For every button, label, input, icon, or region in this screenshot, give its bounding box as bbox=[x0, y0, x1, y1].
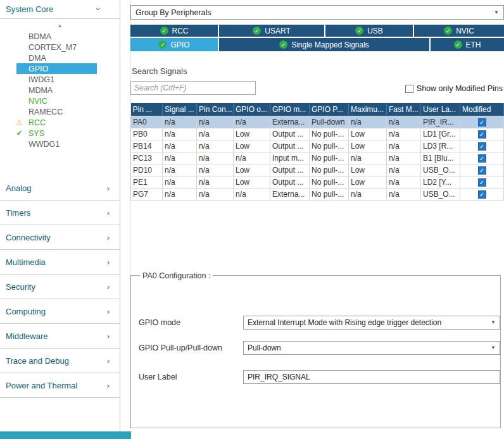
sidebar-item-gpio[interactable]: GPIO bbox=[16, 63, 97, 74]
tab-single-mapped-signals[interactable]: ✓Single Mapped Signals bbox=[219, 38, 429, 51]
cell: n/a bbox=[163, 176, 197, 188]
column-header[interactable]: Pin ... bbox=[131, 103, 163, 116]
scroll-up-icon[interactable]: ▲ bbox=[0, 21, 120, 30]
table-body: PA0n/an/an/aExterna...Pull-downn/an/aPIR… bbox=[131, 116, 504, 200]
sidebar-category-timers[interactable]: Timers› bbox=[0, 201, 120, 225]
column-header[interactable]: Signal ... bbox=[163, 103, 197, 116]
chevron-down-icon: › bbox=[93, 8, 103, 10]
tab-eth[interactable]: ✓ETH bbox=[431, 38, 504, 51]
column-header[interactable]: Modified bbox=[460, 103, 504, 116]
sidebar-category-system-core[interactable]: System Core › bbox=[0, 0, 120, 19]
table-row-pb0[interactable]: PB0n/an/aLowOutput ...No pull-...Lown/aL… bbox=[131, 128, 504, 140]
sidebar-category-analog[interactable]: Analog› bbox=[0, 176, 120, 201]
check-circle-icon: ✓ bbox=[444, 27, 452, 35]
cell: Input m... bbox=[270, 152, 310, 164]
sidebar-item-rcc[interactable]: ⚠RCC bbox=[16, 117, 97, 128]
cell: No pull-... bbox=[310, 140, 349, 152]
cell: Low bbox=[349, 140, 387, 152]
cell: n/a bbox=[349, 116, 387, 128]
chevron-right-icon: › bbox=[107, 381, 110, 390]
table-row-pe1[interactable]: PE1n/an/aLowOutput ...No pull-...Lown/aL… bbox=[131, 176, 504, 188]
column-header[interactable]: GPIO P... bbox=[310, 103, 349, 116]
sidebar-category-label: Computing bbox=[6, 307, 46, 316]
cell: Low bbox=[349, 128, 387, 140]
sidebar-item-label: CORTEX_M7 bbox=[27, 43, 79, 52]
cell: n/a bbox=[387, 176, 421, 188]
table-row-pd10[interactable]: PD10n/an/aLowOutput ...No pull-...Lown/a… bbox=[131, 164, 504, 176]
column-header[interactable]: User La... bbox=[421, 103, 460, 116]
cell: PB0 bbox=[131, 128, 163, 140]
sidebar-item-wwdg1[interactable]: WWDG1 bbox=[16, 139, 97, 149]
sidebar-item-nvic[interactable]: NVIC bbox=[16, 96, 97, 106]
check-circle-icon: ✓ bbox=[355, 27, 363, 35]
tab-usart[interactable]: ✓USART bbox=[219, 25, 324, 37]
cell: n/a bbox=[197, 116, 234, 128]
group-by-dropdown[interactable]: Group By Peripherals ▼ bbox=[130, 5, 504, 20]
table-row-pc13[interactable]: PC13n/an/an/aInput m...No pull-...n/an/a… bbox=[131, 152, 504, 164]
sidebar-item-iwdg1[interactable]: IWDG1 bbox=[16, 74, 97, 85]
sidebar-category-security[interactable]: Security› bbox=[0, 275, 120, 299]
tab-gpio[interactable]: ✓GPIO bbox=[130, 38, 218, 51]
show-only-modified-checkbox[interactable] bbox=[405, 85, 413, 93]
sidebar-item-cortex_m7[interactable]: CORTEX_M7 bbox=[16, 42, 97, 53]
modified-checkbox[interactable]: ✓ bbox=[478, 118, 486, 127]
tab-label: GPIO bbox=[170, 40, 189, 49]
sidebar-category-multimedia[interactable]: Multimedia› bbox=[0, 250, 120, 275]
tab-rcc[interactable]: ✓RCC bbox=[130, 25, 218, 37]
sidebar-category-middleware[interactable]: Middleware› bbox=[0, 324, 120, 349]
sidebar-category-trace-and-debug[interactable]: Trace and Debug› bbox=[0, 349, 120, 373]
check-circle-icon: ✓ bbox=[454, 40, 462, 49]
column-header[interactable]: Maximu... bbox=[349, 103, 387, 116]
sidebar-item-ramecc[interactable]: RAMECC bbox=[16, 106, 97, 117]
table-row-pa0[interactable]: PA0n/an/an/aExterna...Pull-downn/an/aPIR… bbox=[131, 116, 504, 128]
sidebar-category-label: Power and Thermal bbox=[6, 381, 77, 390]
table-row-pg7[interactable]: PG7n/an/an/aExterna...No pull-...n/an/aU… bbox=[131, 188, 504, 200]
table-row-pb14[interactable]: PB14n/an/aLowOutput ...No pull-...Lown/a… bbox=[131, 140, 504, 152]
modified-checkbox[interactable]: ✓ bbox=[478, 142, 486, 151]
cell: Output ... bbox=[270, 140, 310, 152]
modified-cell: ✓ bbox=[460, 140, 504, 152]
panel-divider[interactable] bbox=[120, 0, 130, 439]
sidebar-category-power-and-thermal[interactable]: Power and Thermal› bbox=[0, 373, 120, 398]
pin-configuration-legend: PA0 Configuration : bbox=[140, 271, 213, 280]
search-signals-input[interactable] bbox=[130, 81, 256, 95]
cell: n/a bbox=[163, 164, 197, 176]
modified-cell: ✓ bbox=[460, 116, 504, 128]
cell: PC13 bbox=[131, 152, 163, 164]
sidebar-item-sys[interactable]: ✔SYS bbox=[16, 128, 97, 139]
cell: Low bbox=[349, 164, 387, 176]
tab-usb[interactable]: ✓USB bbox=[325, 25, 413, 37]
modified-checkbox[interactable]: ✓ bbox=[478, 154, 486, 163]
modified-checkbox[interactable]: ✓ bbox=[478, 130, 486, 139]
table-header-row: Pin ...Signal ...Pin Con...GPIO o...GPIO… bbox=[131, 103, 504, 116]
sidebar-item-label: DMA bbox=[27, 54, 48, 63]
cell: No pull-... bbox=[310, 152, 349, 164]
cell: n/a bbox=[163, 188, 197, 200]
group-by-value: Group By Peripherals bbox=[135, 8, 211, 17]
cell: n/a bbox=[197, 164, 234, 176]
sidebar-category-computing[interactable]: Computing› bbox=[0, 299, 120, 324]
user-label-input-value: PIR_IRQ_SIGNAL bbox=[248, 373, 310, 381]
sidebar-item-dma[interactable]: DMA bbox=[16, 53, 97, 63]
sidebar-category-connectivity[interactable]: Connectivity› bbox=[0, 225, 120, 250]
status-bar-strip bbox=[0, 431, 131, 439]
column-header[interactable]: Fast M... bbox=[387, 103, 421, 116]
cell: Low bbox=[234, 164, 270, 176]
sidebar-item-mdma[interactable]: MDMA bbox=[16, 85, 97, 96]
column-header[interactable]: GPIO m... bbox=[270, 103, 310, 116]
modified-checkbox[interactable]: ✓ bbox=[478, 166, 486, 175]
gpio-pull-select[interactable]: Pull-down▼ bbox=[243, 341, 500, 355]
peripheral-config-window: System Core › ▲ BDMACORTEX_M7DMAGPIOIWDG… bbox=[0, 0, 504, 439]
modified-checkbox[interactable]: ✓ bbox=[478, 190, 486, 199]
user-label-input[interactable]: PIR_IRQ_SIGNAL bbox=[243, 370, 500, 384]
column-header[interactable]: Pin Con... bbox=[197, 103, 234, 116]
column-header[interactable]: GPIO o... bbox=[234, 103, 270, 116]
mode-and-configuration-panel: Group By Peripherals ▼ ✓RCC✓USART✓USB✓NV… bbox=[130, 0, 504, 439]
tab-nvic[interactable]: ✓NVIC bbox=[414, 25, 504, 37]
check-circle-icon: ✓ bbox=[253, 27, 261, 35]
modified-checkbox[interactable]: ✓ bbox=[478, 178, 486, 187]
cell: PD10 bbox=[131, 164, 163, 176]
gpio-mode-select[interactable]: External Interrupt Mode with Rising edge… bbox=[243, 316, 500, 330]
sidebar-item-bdma[interactable]: BDMA bbox=[16, 31, 97, 42]
tab-label: ETH bbox=[466, 40, 481, 49]
